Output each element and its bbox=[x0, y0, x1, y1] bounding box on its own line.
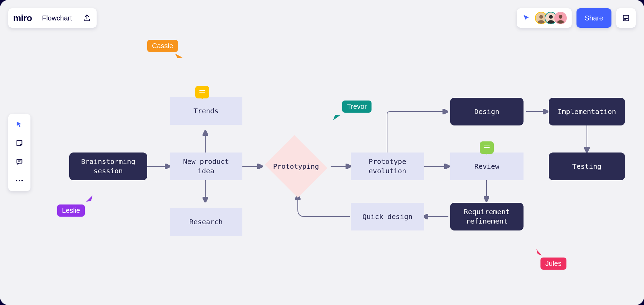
node-label: Testing bbox=[572, 162, 601, 171]
board-title[interactable]: Flowchart bbox=[42, 12, 77, 24]
share-button[interactable]: Share bbox=[576, 8, 611, 28]
comment-indicator-green[interactable] bbox=[480, 141, 494, 154]
node-new-product-idea[interactable]: New product idea bbox=[170, 152, 242, 180]
node-design[interactable]: Design bbox=[450, 98, 524, 125]
cursor-pointer-icon bbox=[332, 108, 341, 122]
node-requirement-refinement[interactable]: Requirement refinement bbox=[450, 203, 524, 230]
cursor-pointer-icon bbox=[85, 194, 95, 204]
canvas[interactable]: Brainstorming session New product idea T… bbox=[0, 0, 644, 305]
node-research[interactable]: Research bbox=[170, 208, 242, 236]
presence-box bbox=[517, 8, 572, 28]
svg-point-5 bbox=[558, 15, 562, 19]
more-tools[interactable] bbox=[14, 175, 25, 186]
node-label: Trends bbox=[194, 106, 218, 116]
comment-indicator-yellow[interactable] bbox=[195, 86, 209, 98]
svg-point-14 bbox=[21, 180, 23, 181]
avatar-stack[interactable] bbox=[535, 12, 567, 24]
node-implementation[interactable]: Implementation bbox=[549, 98, 625, 125]
sticky-note-tool[interactable] bbox=[14, 138, 25, 149]
node-label: Design bbox=[474, 107, 499, 116]
node-label: Research bbox=[189, 217, 223, 227]
node-testing[interactable]: Testing bbox=[549, 152, 625, 180]
collab-cursor-trevor: Trevor bbox=[332, 101, 372, 113]
cursor-label: Jules bbox=[540, 258, 566, 270]
node-label: Implementation bbox=[558, 107, 616, 116]
collab-cursor-cassie: Cassie bbox=[147, 40, 184, 62]
node-prototyping[interactable]: Prototyping bbox=[263, 137, 329, 196]
node-quick-design[interactable]: Quick design bbox=[351, 203, 424, 230]
cursor-pointer-icon bbox=[535, 248, 545, 258]
svg-point-13 bbox=[19, 180, 20, 181]
miro-logo[interactable]: miro bbox=[13, 12, 37, 24]
svg-point-1 bbox=[539, 15, 543, 19]
avatar[interactable] bbox=[554, 12, 567, 24]
node-label: New product idea bbox=[183, 157, 229, 176]
cursor-label: Cassie bbox=[147, 40, 178, 52]
select-tool[interactable] bbox=[14, 119, 25, 130]
top-right-cluster: Share bbox=[517, 8, 636, 28]
comment-lines-icon bbox=[484, 147, 490, 148]
node-review[interactable]: Review bbox=[450, 152, 524, 180]
cursor-follow-icon[interactable] bbox=[522, 13, 531, 23]
svg-point-3 bbox=[549, 15, 553, 19]
node-trends[interactable]: Trends bbox=[170, 97, 242, 125]
collab-cursor-leslie: Leslie bbox=[57, 194, 95, 217]
node-label: Requirement refinement bbox=[464, 207, 510, 226]
cursor-label: Leslie bbox=[57, 204, 85, 217]
collab-cursor-jules: Jules bbox=[535, 248, 566, 270]
svg-point-12 bbox=[16, 180, 17, 181]
node-label: Prototype evolution bbox=[369, 157, 406, 176]
export-icon[interactable] bbox=[82, 13, 92, 23]
right-panel-toggle[interactable] bbox=[616, 8, 636, 28]
node-prototype-evolution[interactable]: Prototype evolution bbox=[351, 152, 424, 180]
node-label: Quick design bbox=[363, 212, 413, 221]
node-label: Brainstorming session bbox=[81, 157, 135, 176]
board-bar: miro Flowchart bbox=[8, 8, 97, 28]
cursor-label: Trevor bbox=[342, 101, 372, 113]
cursor-pointer-icon bbox=[174, 53, 184, 62]
left-toolbar bbox=[8, 114, 30, 191]
comment-lines-icon bbox=[199, 92, 205, 93]
comment-tool[interactable] bbox=[14, 156, 25, 167]
node-label: Review bbox=[474, 162, 499, 171]
node-label: Prototyping bbox=[273, 162, 319, 171]
board-viewport: Brainstorming session New product idea T… bbox=[0, 0, 644, 305]
node-brainstorming[interactable]: Brainstorming session bbox=[69, 152, 147, 180]
